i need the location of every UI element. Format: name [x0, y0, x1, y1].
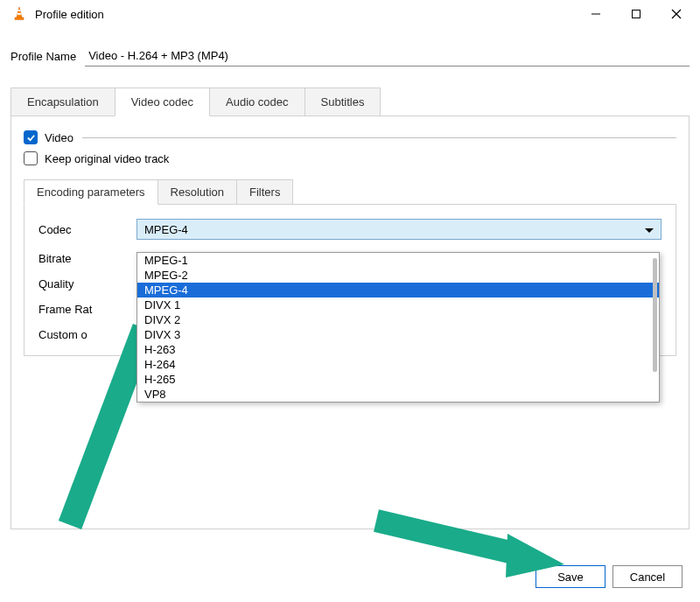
tab-subtitles[interactable]: Subtitles	[304, 88, 382, 116]
profile-name-row: Profile Name	[10, 46, 690, 66]
codec-option[interactable]: H-263	[137, 342, 659, 357]
main-tabs: Encapsulation Video codec Audio codec Su…	[10, 88, 690, 116]
profile-name-label: Profile Name	[10, 50, 76, 63]
codec-select[interactable]: MPEG-4	[136, 219, 662, 240]
bitrate-label: Bitrate	[38, 252, 136, 265]
minimize-button[interactable]	[576, 0, 616, 28]
custom-options-label: Custom o	[38, 328, 136, 341]
svg-rect-4	[633, 10, 640, 18]
framerate-label: Frame Rat	[38, 303, 136, 316]
codec-option[interactable]: VP8	[137, 387, 659, 402]
tab-label: Video codec	[131, 95, 193, 108]
tab-label: Encapsulation	[27, 95, 99, 108]
svg-rect-0	[18, 10, 21, 11]
codec-option[interactable]: MPEG-1	[137, 253, 659, 268]
subtab-label: Filters	[249, 186, 280, 199]
subtab-resolution[interactable]: Resolution	[158, 179, 237, 204]
svg-rect-2	[15, 18, 24, 20]
subtab-encoding-parameters[interactable]: Encoding parameters	[24, 179, 158, 205]
vlc-cone-icon	[10, 5, 28, 23]
codec-option[interactable]: DIVX 2	[137, 312, 659, 327]
video-checkbox-row: Video	[24, 130, 676, 144]
codec-option[interactable]: MPEG-2	[137, 268, 659, 283]
maximize-button[interactable]	[616, 0, 656, 28]
keep-original-row: Keep original video track	[24, 151, 676, 165]
codec-option-selected[interactable]: MPEG-4	[137, 283, 659, 298]
cancel-button[interactable]: Cancel	[612, 565, 682, 588]
chevron-down-icon	[645, 221, 654, 237]
codec-row: Codec MPEG-4	[38, 219, 662, 240]
window-title: Profile edition	[35, 8, 104, 21]
divider	[82, 137, 676, 138]
tab-encapsulation[interactable]: Encapsulation	[10, 88, 116, 116]
profile-edition-window: Profile edition Profile Name Encapsulati…	[0, 0, 700, 602]
video-checkbox[interactable]	[24, 130, 38, 144]
codec-selected-value: MPEG-4	[144, 223, 654, 236]
tab-video-codec[interactable]: Video codec	[115, 88, 210, 116]
codec-dropdown[interactable]: MPEG-1 MPEG-2 MPEG-4 DIVX 1 DIVX 2 DIVX …	[136, 252, 660, 402]
subtab-label: Encoding parameters	[37, 186, 145, 199]
keep-original-checkbox[interactable]	[24, 151, 38, 165]
tab-audio-codec[interactable]: Audio codec	[209, 88, 305, 116]
video-checkbox-label: Video	[45, 131, 74, 144]
close-button[interactable]	[656, 0, 696, 28]
quality-label: Quality	[38, 277, 136, 290]
button-label: Save	[557, 570, 584, 584]
dropdown-scrollbar[interactable]	[653, 258, 657, 372]
codec-option[interactable]: H-265	[137, 372, 659, 387]
button-label: Cancel	[630, 570, 665, 584]
subtab-filters[interactable]: Filters	[236, 179, 293, 204]
codec-label: Codec	[38, 223, 136, 236]
profile-name-input[interactable]	[85, 46, 690, 66]
subtab-label: Resolution	[171, 186, 224, 199]
codec-option[interactable]: DIVX 3	[137, 327, 659, 342]
keep-original-label: Keep original video track	[45, 152, 169, 165]
tab-label: Audio codec	[226, 95, 289, 108]
dialog-buttons: Save Cancel	[536, 565, 682, 588]
svg-rect-1	[18, 13, 21, 15]
codec-option[interactable]: H-264	[137, 357, 659, 372]
save-button[interactable]: Save	[536, 565, 606, 588]
titlebar: Profile edition	[0, 0, 700, 28]
tab-label: Subtitles	[321, 95, 365, 108]
subtabs: Encoding parameters Resolution Filters	[24, 179, 676, 205]
codec-option[interactable]: DIVX 1	[137, 298, 659, 312]
